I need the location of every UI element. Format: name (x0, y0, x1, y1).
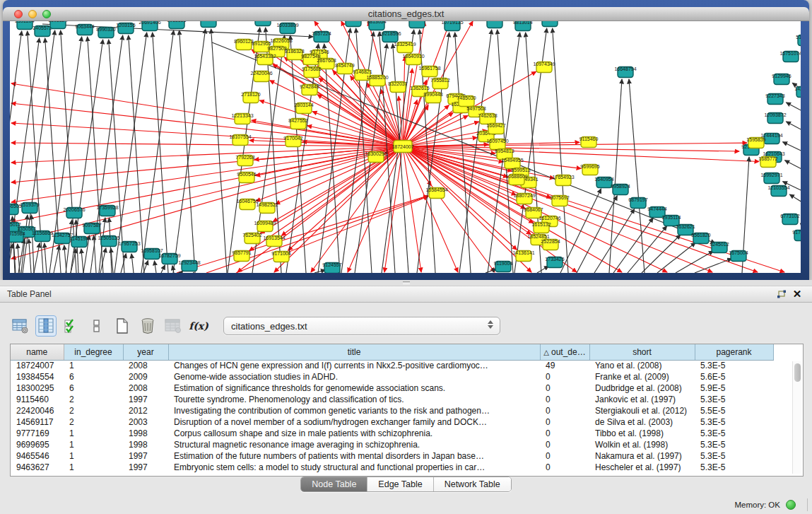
table-cell[interactable]: 6 (64, 371, 123, 382)
node-yellow[interactable]: 7485030 (457, 95, 476, 107)
float-panel-icon[interactable] (774, 288, 789, 300)
node-teal[interactable]: 1423193 (794, 86, 801, 98)
table-selector-dropdown[interactable]: citations_edges.txt (223, 317, 500, 335)
table-cell[interactable]: 2009 (123, 371, 168, 382)
table-row[interactable]: 1830029562008Estimation of significance … (11, 382, 773, 394)
node-teal[interactable]: 9124557 (322, 262, 341, 274)
node-yellow[interactable]: 9175685 (302, 66, 321, 78)
node-teal[interactable]: 5190154 (796, 35, 801, 46)
create-column-icon[interactable] (112, 315, 133, 337)
table-cell[interactable]: 2008 (123, 382, 168, 394)
node-yellow[interactable]: 2718120 (241, 92, 260, 103)
node-teal[interactable]: 11156869 (32, 230, 53, 242)
node-yellow[interactable]: 14136141 (512, 250, 534, 262)
import-table-icon[interactable] (163, 315, 184, 337)
node-yellow[interactable]: 7955812 (430, 78, 449, 89)
table-row[interactable]: 946554611997Estimation of the future num… (11, 450, 773, 462)
table-cell[interactable]: 6 (64, 382, 123, 394)
node-teal[interactable]: 10553277 (252, 21, 273, 26)
node-teal[interactable]: 17957253 (118, 241, 140, 252)
node-yellow[interactable]: 9170042 (283, 136, 302, 147)
delete-column-icon[interactable] (137, 315, 158, 337)
column-header-in_degree[interactable]: in_degree (64, 344, 123, 360)
table-cell[interactable]: 0 (540, 405, 589, 416)
table-scrollbar[interactable] (792, 361, 801, 474)
node-yellow[interactable]: 15885200 (366, 75, 388, 86)
table-cell[interactable]: 5.6E-5 (695, 371, 773, 382)
table-cell[interactable]: Investigating the contribution of common… (168, 405, 540, 416)
node-table-grid[interactable]: namein_degreeyeartitle△out_de…shortpager… (11, 344, 774, 473)
table-cell[interactable]: Nakamura et al. (1997) (589, 450, 695, 462)
network-graph[interactable]: 2391204240557218053249063444899033012031… (10, 21, 801, 273)
node-teal[interactable]: 17359928 (96, 205, 118, 216)
node-teal[interactable]: 8813014 (513, 21, 532, 31)
node-teal[interactable]: 8990330 (96, 27, 115, 38)
table-row[interactable]: 1938455462009Genome-wide association stu… (11, 371, 773, 382)
node-yellow[interactable]: 9075692 (550, 195, 569, 206)
table-cell[interactable]: 2008 (123, 360, 168, 371)
table-cell[interactable]: Dudbridge et al. (2008) (589, 382, 695, 394)
close-panel-icon[interactable]: ✕ (789, 288, 805, 300)
node-yellow[interactable]: 1615132 (531, 222, 551, 233)
table-cell[interactable]: 5.3E-5 (695, 450, 773, 462)
column-header-year[interactable]: year (123, 344, 168, 360)
column-header-short[interactable]: short (589, 344, 695, 360)
node-teal[interactable]: 1203155 (116, 23, 135, 34)
tab-edge-table[interactable]: Edge Table (367, 477, 433, 491)
node-teal[interactable]: 3915984 (10, 231, 25, 243)
node-teal[interactable]: 15751074 (779, 51, 801, 62)
table-cell[interactable]: 5.3E-5 (695, 428, 773, 439)
node-yellow[interactable]: 1685772 (758, 156, 777, 168)
table-cell[interactable]: 2003 (123, 416, 168, 428)
table-cell[interactable]: 14569117 (11, 416, 64, 428)
table-cell[interactable]: 9463627 (11, 462, 64, 473)
table-cell[interactable]: 9699695 (11, 439, 64, 450)
node-teal[interactable]: 8813054 (367, 21, 386, 30)
table-cell[interactable]: 1 (64, 360, 123, 371)
table-row[interactable]: 969969511998Structural magnetic resonanc… (11, 439, 773, 450)
table-cell[interactable]: 5.5E-5 (695, 405, 773, 416)
table-cell[interactable]: 5.3E-5 (695, 439, 773, 450)
table-cell[interactable]: Yano et al. (2008) (589, 360, 695, 371)
table-cell[interactable]: 0 (540, 394, 589, 405)
table-cell[interactable]: 9777169 (11, 428, 64, 439)
table-cell[interactable]: Tibbo et al. (1998) (589, 428, 695, 439)
table-cell[interactable]: 2012 (123, 405, 168, 416)
table-cell[interactable]: Tourette syndrome. Phenomenology and cla… (168, 394, 540, 405)
function-builder-icon[interactable]: f(x) (188, 315, 209, 337)
table-body[interactable]: 1872400712008Changes of HCN gene express… (11, 360, 773, 473)
node-teal[interactable]: 10553257 (197, 21, 219, 28)
zoom-window-button[interactable] (42, 10, 51, 18)
node-yellow[interactable]: 18640910 (402, 54, 424, 65)
table-row[interactable]: 1456911722003Disruption of a novel membe… (11, 416, 773, 428)
table-cell[interactable]: Wolkin et al. (1998) (589, 439, 695, 450)
table-cell[interactable]: 0 (540, 450, 589, 462)
node-teal[interactable]: 8466160 (407, 21, 426, 28)
node-teal[interactable]: 20691406 (139, 21, 160, 31)
node-yellow[interactable]: 18107554 (229, 134, 251, 146)
node-yellow[interactable]: 10974349 (533, 62, 555, 73)
table-row[interactable]: 946362711997Embryonic stem cells: a mode… (11, 462, 773, 473)
tab-node-table[interactable]: Node Table (301, 477, 367, 491)
node-teal[interactable]: 9129946 (772, 74, 791, 85)
table-cell[interactable]: 1 (64, 450, 123, 462)
panel-splitter[interactable] (0, 280, 812, 286)
node-teal[interactable]: 6773102 (780, 214, 799, 225)
table-cell[interactable]: 9115460 (11, 394, 64, 405)
table-row[interactable]: 911546021997Tourette syndrome. Phenomeno… (11, 394, 773, 405)
node-yellow[interactable]: 16543382 (254, 54, 276, 65)
node-yellow[interactable]: 14982522 (256, 202, 278, 214)
table-options-icon[interactable] (10, 315, 31, 337)
table-cell[interactable]: 1 (64, 439, 123, 450)
table-cell[interactable]: 49 (540, 360, 589, 371)
node-teal[interactable]: 9245012 (710, 242, 729, 253)
table-cell[interactable]: 1997 (123, 394, 168, 405)
table-cell[interactable]: Jankovic et al. (1997) (589, 394, 695, 405)
node-teal[interactable]: 19218596 (379, 31, 401, 42)
node-teal[interactable]: 1733426 (545, 257, 564, 268)
table-row[interactable]: 1872400712008Changes of HCN gene express… (11, 360, 773, 371)
table-cell[interactable]: 9465546 (11, 450, 64, 462)
node-teal[interactable]: 9063555 (167, 21, 186, 29)
node-yellow[interactable]: 16961758 (418, 66, 440, 77)
node-teal[interactable]: 8561820 (691, 233, 710, 244)
